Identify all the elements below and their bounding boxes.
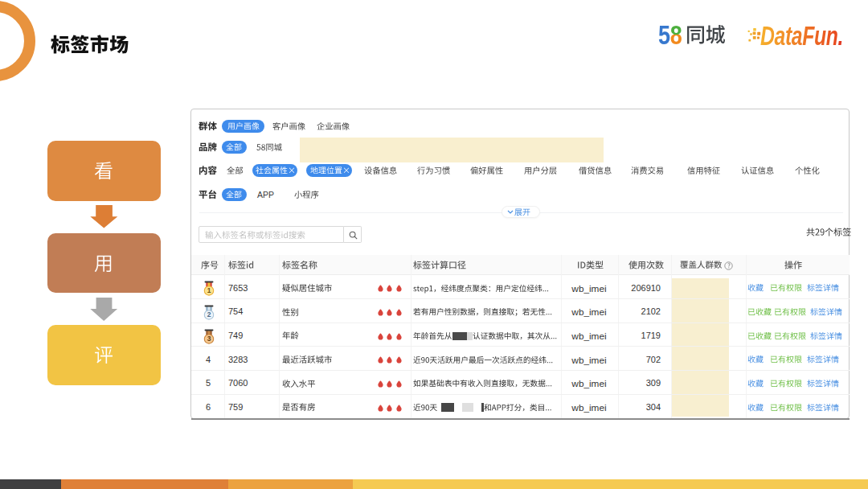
svg-text:3: 3 [207, 335, 211, 343]
svg-text:1: 1 [207, 287, 211, 295]
svg-text:2: 2 [207, 310, 211, 318]
